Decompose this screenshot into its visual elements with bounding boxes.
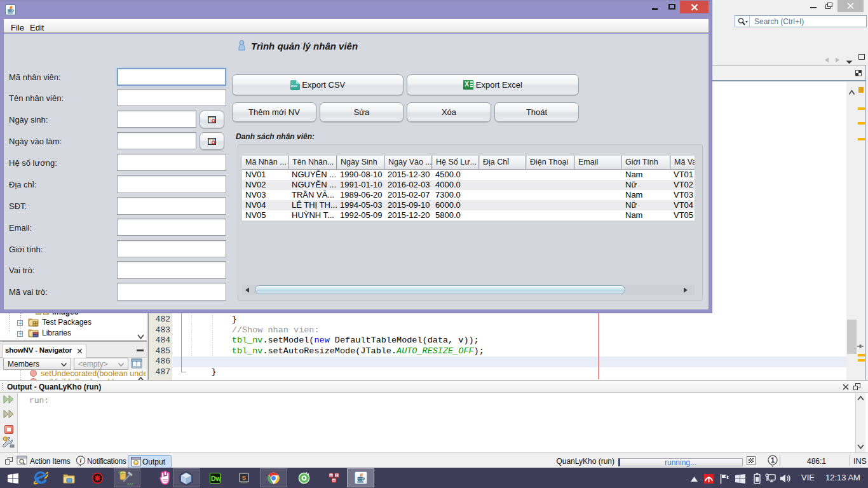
svg-text:S: S [242,474,246,481]
svg-text:1: 1 [771,456,775,464]
svg-text:u: u [330,473,332,477]
svg-text:i: i [80,457,82,464]
svg-text:1: 1 [336,473,337,477]
